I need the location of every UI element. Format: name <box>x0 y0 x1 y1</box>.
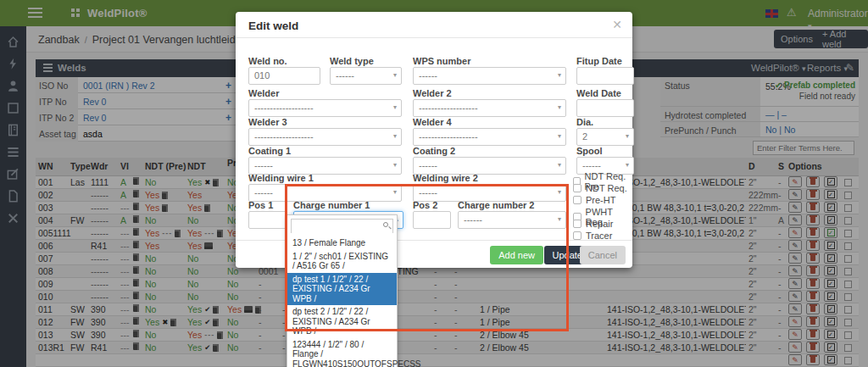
field-value-wps: ------ <box>419 70 437 81</box>
input-fitup[interactable] <box>576 67 634 85</box>
field-value-charge2: ------ <box>464 214 482 225</box>
charge-number-dropdown: 13 / Female Flange1 / 2" / sch01 / EXIST… <box>287 214 398 367</box>
dropdown-options: 13 / Female Flange1 / 2" / sch01 / EXIST… <box>287 236 397 367</box>
field-label-pos1: Pos 1 <box>248 200 273 210</box>
checkbox-box <box>573 184 581 192</box>
dropdown-search <box>291 219 393 233</box>
field-value-dia: 2 <box>582 131 587 142</box>
caret-down-icon: ▾ <box>558 161 561 169</box>
checkbox-box <box>573 220 581 228</box>
input-pos1[interactable] <box>248 211 287 229</box>
add-new-button[interactable]: Add new <box>490 246 543 264</box>
field-value-wire2: ------ <box>419 187 437 197</box>
field-label-weld_type: Weld type <box>330 56 374 66</box>
field-value-coating2: ------ <box>419 160 437 170</box>
checkbox-label: Repair <box>586 219 613 229</box>
checkbox-box <box>573 196 581 204</box>
caret-down-icon: ▾ <box>626 161 629 169</box>
caret-down-icon: ▾ <box>558 71 561 79</box>
caret-down-icon: ▾ <box>558 103 561 111</box>
close-icon[interactable]: ✕ <box>612 18 622 31</box>
field-label-wps: WPS number <box>413 56 470 66</box>
select-welder2[interactable]: -------------------▾ <box>413 99 566 117</box>
field-label-weld_date: Weld Date <box>576 88 621 98</box>
field-label-pos2: Pos 2 <box>413 200 437 210</box>
field-label-wire2: Welding wire 2 <box>413 173 478 183</box>
field-label-fitup: Fitup Date <box>576 56 622 66</box>
field-label-spool: Spool <box>576 146 603 156</box>
field-value-weld_no: 010 <box>254 70 270 81</box>
caret-down-icon: ▾ <box>393 71 397 79</box>
caret-down-icon: ▾ <box>626 132 629 140</box>
caret-down-icon: ▾ <box>393 188 397 196</box>
field-value-spool: ------ <box>582 160 601 170</box>
field-value-welder: ------------------- <box>254 103 314 113</box>
caret-down-icon: ▾ <box>393 103 397 111</box>
select-coating1[interactable]: ------▾ <box>248 157 402 175</box>
select-welder[interactable]: -------------------▾ <box>248 99 402 117</box>
checkbox-ndt-req-[interactable]: NDT Req. <box>573 183 627 193</box>
select-dia[interactable]: 2▾ <box>576 128 634 146</box>
field-label-welder2: Welder 2 <box>413 88 452 98</box>
field-value-welder3: ------------------- <box>254 131 314 142</box>
search-icon <box>383 222 390 229</box>
weldpilot-app: WeldPilot® ⚠ Administrator ▾ Zandbak/Pro… <box>0 0 868 367</box>
select-wire1[interactable]: ------▾ <box>248 184 402 202</box>
select-welder4[interactable]: -------------------▾ <box>413 128 566 146</box>
input-pos2[interactable] <box>413 211 451 229</box>
caret-down-icon: ▾ <box>558 132 561 140</box>
field-label-charge2: Charge number 2 <box>458 200 534 210</box>
input-weld_date[interactable] <box>576 99 634 117</box>
dropdown-option[interactable]: 1 / 2" / sch01 / EXISTING / A516 Gr 65 / <box>287 250 397 273</box>
checkbox-label: NDT Req. <box>586 183 627 193</box>
caret-down-icon: ▾ <box>558 188 561 196</box>
modal-title: Edit weld <box>248 19 298 32</box>
field-label-charge1: Charge number 1 <box>293 200 370 210</box>
input-weld_no[interactable]: 010 <box>248 67 320 85</box>
caret-down-icon: ▾ <box>558 215 561 223</box>
dropdown-option[interactable]: dp test 1 / 1/2" / 22 / EXISTING / A234 … <box>287 273 397 306</box>
select-welder3[interactable]: -------------------▾ <box>248 128 402 146</box>
field-label-dia: Dia. <box>576 117 593 127</box>
select-wps[interactable]: ------▾ <box>413 67 566 85</box>
field-label-coating2: Coating 2 <box>413 146 455 156</box>
modal-header: Edit weld ✕ <box>236 12 632 38</box>
caret-down-icon: ▾ <box>393 161 397 169</box>
checkbox-pre-ht[interactable]: Pre-HT <box>573 195 615 205</box>
checkbox-box <box>573 231 581 240</box>
field-value-weld_type: ------ <box>336 70 354 81</box>
field-label-welder3: Welder 3 <box>248 117 287 127</box>
dropdown-option[interactable]: 13 / Female Flange <box>287 236 397 250</box>
field-label-welder4: Welder 4 <box>413 117 452 127</box>
cancel-button[interactable]: Cancel <box>580 246 626 264</box>
dropdown-search-input[interactable] <box>292 222 392 235</box>
field-value-wire1: ------ <box>254 187 273 197</box>
field-label-weld_no: Weld no. <box>248 56 287 66</box>
select-wire2[interactable]: ------▾ <box>413 184 566 202</box>
field-label-welder: Welder <box>248 88 279 98</box>
caret-down-icon: ▾ <box>393 132 397 140</box>
checkbox-label: Pre-HT <box>586 195 615 205</box>
field-value-welder2: ------------------- <box>419 103 478 113</box>
field-value-coating1: ------ <box>254 160 273 170</box>
dropdown-option[interactable]: dp test 2 / 1/2" / 22 / EXISTING / A234 … <box>287 305 397 338</box>
select-charge2[interactable]: ------▾ <box>458 211 566 229</box>
field-label-wire1: Welding wire 1 <box>248 173 314 183</box>
dropdown-option[interactable]: 123444 / 1/2" / 80 / Flange / FLGWN410S1… <box>287 338 397 367</box>
field-label-coating1: Coating 1 <box>248 146 291 156</box>
checkbox-repair[interactable]: Repair <box>573 219 613 229</box>
field-value-welder4: ------------------- <box>419 131 478 142</box>
select-coating2[interactable]: ------▾ <box>413 157 566 175</box>
select-weld_type[interactable]: ------▾ <box>330 67 402 85</box>
